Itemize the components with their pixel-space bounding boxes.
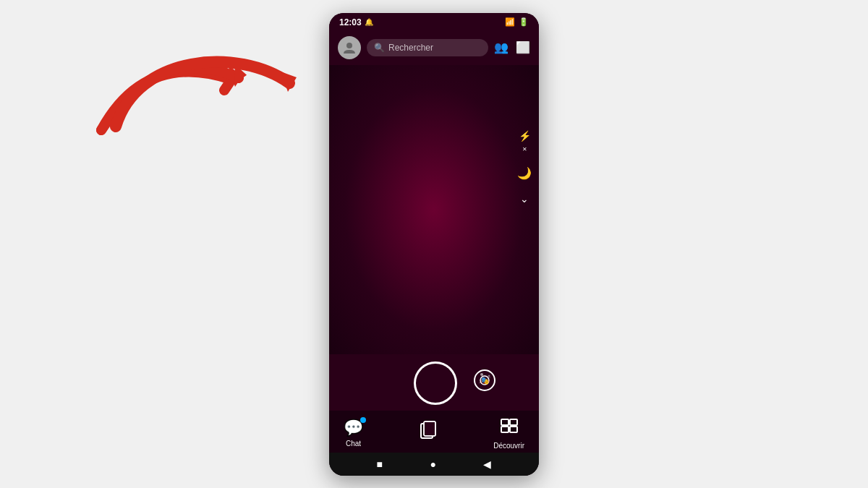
- stories-icon: [419, 420, 438, 443]
- avatar[interactable]: [338, 36, 361, 59]
- status-right-icons: 📶 🔋: [505, 17, 529, 27]
- camera-controls: 🎭: [329, 354, 539, 411]
- scan-icon[interactable]: ⬜: [516, 40, 530, 54]
- discover-icon: [500, 416, 519, 440]
- svg-text:🎭: 🎭: [480, 376, 490, 385]
- status-time: 12:03 🔔: [339, 17, 373, 27]
- svg-rect-13: [510, 419, 517, 425]
- add-friend-icon[interactable]: 👥: [494, 40, 509, 54]
- signal-icon: 📶: [505, 17, 515, 27]
- top-actions: 👥 ⬜: [494, 40, 530, 54]
- android-square-icon[interactable]: ■: [377, 458, 383, 470]
- nav-item-chat[interactable]: 💬 Chat: [344, 419, 363, 448]
- notification-bell-icon: 🔔: [365, 18, 373, 26]
- camera-area[interactable]: ⚡✕ 🌙 ⌄: [329, 65, 539, 354]
- flash-off-icon[interactable]: ⚡✕: [519, 130, 531, 153]
- battery-icon: 🔋: [519, 17, 529, 27]
- moon-icon[interactable]: 🌙: [517, 166, 532, 180]
- status-bar: 12:03 🔔 📶 🔋: [329, 13, 539, 30]
- chat-label: Chat: [346, 440, 361, 448]
- search-bar[interactable]: 🔍 Rechercher: [367, 39, 488, 56]
- svg-rect-15: [510, 427, 517, 432]
- svg-point-6: [480, 373, 483, 376]
- android-circle-icon[interactable]: ●: [430, 458, 436, 470]
- svg-point-3: [346, 43, 352, 48]
- svg-rect-14: [501, 427, 509, 432]
- curved-arrow-decoration: [94, 40, 318, 141]
- chat-notification-dot: [360, 417, 366, 423]
- shutter-button[interactable]: [414, 361, 457, 405]
- phone-frame: 12:03 🔔 📶 🔋 🔍 Rechercher 👥 ⬜ ⚡✕: [329, 13, 539, 476]
- chevron-down-icon[interactable]: ⌄: [520, 193, 529, 205]
- top-bar: 🔍 Rechercher 👥 ⬜: [329, 30, 539, 65]
- search-placeholder: Rechercher: [388, 43, 433, 53]
- right-side-icons: ⚡✕ 🌙 ⌄: [517, 130, 532, 205]
- search-icon: 🔍: [374, 43, 385, 53]
- nav-item-stories[interactable]: [419, 420, 438, 445]
- android-nav-bar: ■ ● ◀: [329, 453, 539, 476]
- svg-rect-10: [424, 421, 435, 436]
- android-back-icon[interactable]: ◀: [483, 458, 491, 470]
- bottom-nav: 💬 Chat: [329, 411, 539, 453]
- chat-icon: 💬: [344, 419, 363, 437]
- lens-selector-icon[interactable]: 🎭: [472, 367, 498, 398]
- discover-label: Découvrir: [493, 442, 524, 450]
- time-display: 12:03: [339, 17, 362, 27]
- svg-rect-12: [501, 419, 509, 425]
- nav-item-discover[interactable]: Découvrir: [493, 416, 524, 450]
